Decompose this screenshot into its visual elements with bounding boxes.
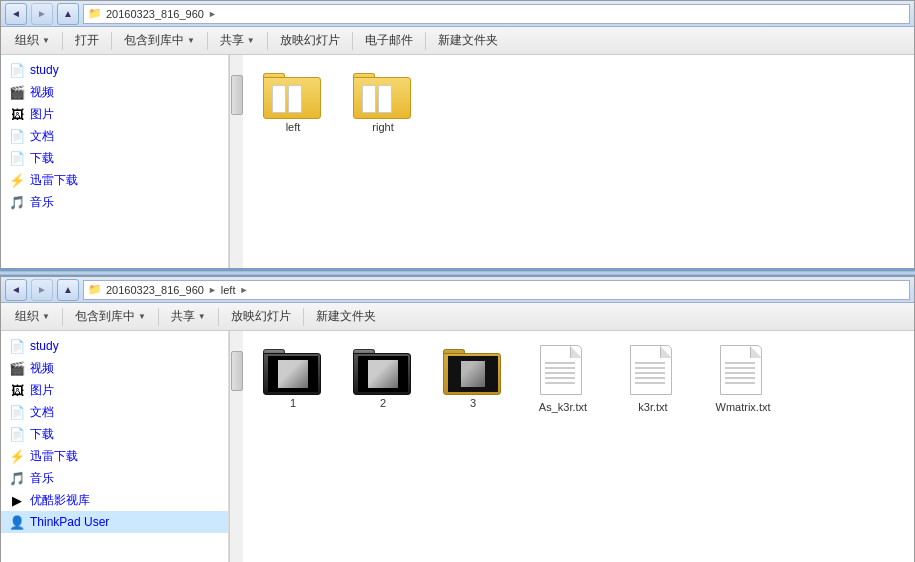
sidebar-label-youku-b: 优酷影视库 <box>30 492 90 509</box>
library-arrow: ▼ <box>187 36 195 45</box>
organize-button-bottom[interactable]: 组织 ▼ <box>7 306 58 328</box>
file-line <box>635 377 665 379</box>
folder-papers-r <box>362 85 392 113</box>
sidebar-item-download-top[interactable]: 📄 下载 <box>1 147 228 169</box>
folder-left-name: left <box>286 121 301 133</box>
slideshow-button-bottom[interactable]: 放映幻灯片 <box>223 306 299 328</box>
file-ask3r[interactable]: As_k3r.txt <box>523 341 603 417</box>
library-arrow-b: ▼ <box>138 312 146 321</box>
sidebar-label-download: 下载 <box>30 150 54 167</box>
file-line <box>545 372 575 374</box>
sidebar-item-thunder-bottom[interactable]: ⚡ 迅雷下载 <box>1 445 228 467</box>
share-button[interactable]: 共享 ▼ <box>212 30 263 52</box>
folder-icon-small-b: 📁 <box>88 283 102 296</box>
folder-icon-small: 📁 <box>88 7 102 20</box>
sidebar-item-study-top[interactable]: 📄 study <box>1 59 228 81</box>
top-scrollbar-thumb[interactable] <box>231 75 243 115</box>
bottom-scrollbar[interactable] <box>229 331 243 562</box>
sidebar-item-youku-bottom[interactable]: ▶ 优酷影视库 <box>1 489 228 511</box>
sidebar-item-video-bottom[interactable]: 🎬 视频 <box>1 357 228 379</box>
file-wmatrix[interactable]: Wmatrix.txt <box>703 341 783 417</box>
path-arrow: ► <box>208 9 217 19</box>
sidebar-label-pictures: 图片 <box>30 106 54 123</box>
file-wmatrix-icon <box>720 345 766 399</box>
bottom-content-area: 📄 study 🎬 视频 🖼 图片 📄 文档 📄 下载 ⚡ 迅雷下载 <box>1 331 914 562</box>
study-icon: 📄 <box>9 62 25 78</box>
video-icon: 🎬 <box>9 84 25 100</box>
add-to-library-button-bottom[interactable]: 包含到库中 ▼ <box>67 306 154 328</box>
sidebar-item-study-bottom[interactable]: 📄 study <box>1 335 228 357</box>
file-body-1 <box>540 345 582 395</box>
sidebar-item-docs-bottom[interactable]: 📄 文档 <box>1 401 228 423</box>
back-button[interactable]: ◄ <box>5 3 27 25</box>
sidebar-item-download-bottom[interactable]: 📄 下载 <box>1 423 228 445</box>
sidebar-label-docs-b: 文档 <box>30 404 54 421</box>
folder-2[interactable]: 2 <box>343 341 423 417</box>
organize-arrow-b: ▼ <box>42 312 50 321</box>
add-to-library-button[interactable]: 包含到库中 ▼ <box>116 30 203 52</box>
docs-icon-b: 📄 <box>9 404 25 420</box>
open-button[interactable]: 打开 <box>67 30 107 52</box>
bottom-address-path[interactable]: 📁 20160323_816_960 ► left ► <box>83 280 910 300</box>
folder-left[interactable]: left <box>253 65 333 137</box>
new-folder-button[interactable]: 新建文件夹 <box>430 30 506 52</box>
file-line <box>635 382 665 384</box>
back-button-bottom[interactable]: ◄ <box>5 279 27 301</box>
file-line <box>725 372 755 374</box>
email-button[interactable]: 电子邮件 <box>357 30 421 52</box>
forward-button[interactable]: ► <box>31 3 53 25</box>
file-line <box>545 367 575 369</box>
organize-button[interactable]: 组织 ▼ <box>7 30 58 52</box>
sidebar-item-music-top[interactable]: 🎵 音乐 <box>1 191 228 213</box>
file-lines-3 <box>725 362 755 387</box>
path-arrow-b1: ► <box>208 285 217 295</box>
sidebar-label-video-b: 视频 <box>30 360 54 377</box>
top-content-area: 📄 study 🎬 视频 🖼 图片 📄 文档 📄 下载 ⚡ 迅雷下载 <box>1 55 914 268</box>
download-icon-b: 📄 <box>9 426 25 442</box>
paper-r1 <box>362 85 376 113</box>
user-icon-b: 👤 <box>9 514 25 530</box>
path-segment[interactable]: 20160323_816_960 <box>106 8 204 20</box>
forward-button-bottom[interactable]: ► <box>31 279 53 301</box>
sidebar-item-pictures-top[interactable]: 🖼 图片 <box>1 103 228 125</box>
sidebar-item-music-bottom[interactable]: 🎵 音乐 <box>1 467 228 489</box>
up-button-bottom[interactable]: ▲ <box>57 279 79 301</box>
sidebar-item-thunder-top[interactable]: ⚡ 迅雷下载 <box>1 169 228 191</box>
sidebar-item-video-top[interactable]: 🎬 视频 <box>1 81 228 103</box>
share-button-bottom[interactable]: 共享 ▼ <box>163 306 214 328</box>
separator-1 <box>62 32 63 50</box>
sidebar-label-user-b: ThinkPad User <box>30 515 109 529</box>
folder-1[interactable]: 1 <box>253 341 333 417</box>
folder-left-icon <box>263 69 323 119</box>
file-line <box>545 377 575 379</box>
file-k3r-name: k3r.txt <box>638 401 667 413</box>
file-line <box>545 382 575 384</box>
top-scrollbar[interactable] <box>229 55 243 268</box>
folder-1-icon <box>263 345 323 395</box>
slideshow-button[interactable]: 放映幻灯片 <box>272 30 348 52</box>
sidebar-item-pictures-bottom[interactable]: 🖼 图片 <box>1 379 228 401</box>
file-wmatrix-name: Wmatrix.txt <box>716 401 771 413</box>
separator-b4 <box>303 308 304 326</box>
up-button[interactable]: ▲ <box>57 3 79 25</box>
paper-2 <box>288 85 302 113</box>
top-address-bar: ◄ ► ▲ 📁 20160323_816_960 ► <box>1 1 914 27</box>
sidebar-label-music: 音乐 <box>30 194 54 211</box>
file-k3r[interactable]: k3r.txt <box>613 341 693 417</box>
bottom-scrollbar-thumb[interactable] <box>231 351 243 391</box>
file-line <box>725 367 755 369</box>
bottom-sidebar: 📄 study 🎬 视频 🖼 图片 📄 文档 📄 下载 ⚡ 迅雷下载 <box>1 331 229 562</box>
separator-3 <box>207 32 208 50</box>
new-folder-button-bottom[interactable]: 新建文件夹 <box>308 306 384 328</box>
sidebar-label-download-b: 下载 <box>30 426 54 443</box>
video-icon-b: 🎬 <box>9 360 25 376</box>
sidebar-item-user-bottom[interactable]: 👤 ThinkPad User <box>1 511 228 533</box>
file-line <box>635 362 665 364</box>
top-address-path[interactable]: 📁 20160323_816_960 ► <box>83 4 910 24</box>
sidebar-item-docs-top[interactable]: 📄 文档 <box>1 125 228 147</box>
path-segment-b2: left <box>221 284 236 296</box>
folder-3[interactable]: 3 <box>433 341 513 417</box>
folder-right[interactable]: right <box>343 65 423 137</box>
study-icon-b: 📄 <box>9 338 25 354</box>
separator-b1 <box>62 308 63 326</box>
